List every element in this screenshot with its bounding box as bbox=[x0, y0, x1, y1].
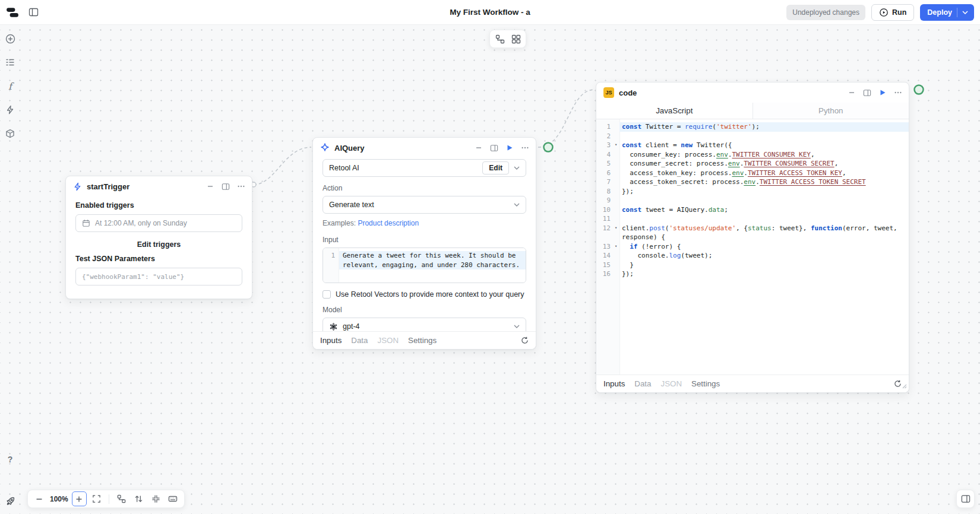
code-line-content: if (!error) { bbox=[619, 242, 909, 252]
edit-resource-button[interactable]: Edit bbox=[482, 161, 509, 174]
tab-data[interactable]: Data bbox=[634, 379, 651, 388]
run-button[interactable]: Run bbox=[871, 4, 914, 21]
run-history-icon[interactable] bbox=[3, 55, 17, 69]
refresh-icon[interactable] bbox=[894, 380, 902, 388]
test-json-label: Test JSON Parameters bbox=[75, 255, 242, 263]
code-line[interactable]: 6 access_token_key: process.env.TWITTER_… bbox=[596, 169, 909, 178]
node-body: Enabled triggers At 12:00 AM, only on Su… bbox=[66, 196, 252, 293]
code-line-content: consumer_key: process.env.TWITTER_CONSUM… bbox=[619, 150, 909, 160]
zoom-out-icon[interactable] bbox=[31, 491, 46, 506]
line-number: 16 bbox=[596, 269, 612, 279]
line-number: 1 bbox=[596, 122, 612, 132]
resize-handle[interactable] bbox=[902, 382, 907, 391]
connection-aiquery-to-code bbox=[538, 90, 595, 147]
tab-settings[interactable]: Settings bbox=[408, 336, 437, 345]
code-line[interactable]: 14 console.log(tweet); bbox=[596, 251, 909, 261]
tab-inputs[interactable]: Inputs bbox=[603, 379, 625, 388]
code-line[interactable]: 7 access_token_secret: process.env.TWITT… bbox=[596, 177, 909, 187]
swap-vertical-icon[interactable] bbox=[131, 491, 146, 506]
code-line-content: client.post('statuses/update', {status: … bbox=[619, 224, 909, 242]
functions-icon[interactable]: f bbox=[3, 79, 17, 93]
tab-settings[interactable]: Settings bbox=[691, 379, 720, 388]
aiquery-node[interactable]: AIQuery Retool AI Edit Action Generate t… bbox=[312, 137, 536, 350]
schedule-field[interactable]: At 12:00 AM, only on Sunday bbox=[75, 214, 242, 232]
tab-python[interactable]: Python bbox=[753, 103, 909, 119]
tab-json[interactable]: JSON bbox=[660, 379, 682, 388]
node-title: AIQuery bbox=[334, 144, 365, 153]
code-line[interactable]: 16}); bbox=[596, 269, 909, 279]
code-line-content: } bbox=[619, 261, 909, 270]
chevron-down-icon[interactable] bbox=[514, 166, 520, 170]
fold-toggle-icon[interactable]: ▾ bbox=[612, 141, 619, 150]
keyboard-shortcuts-icon[interactable] bbox=[166, 491, 181, 506]
right-panel-toggle-icon[interactable] bbox=[956, 490, 975, 508]
open-panel-icon[interactable] bbox=[862, 88, 872, 97]
fold-toggle-icon[interactable]: ▾ bbox=[612, 242, 619, 252]
code-line[interactable]: 15 } bbox=[596, 261, 909, 270]
open-panel-icon[interactable] bbox=[221, 182, 230, 191]
examples-link[interactable]: Product description bbox=[358, 219, 419, 227]
code-output-port[interactable] bbox=[915, 85, 924, 94]
code-line[interactable]: 12▾client.post('statuses/update', {statu… bbox=[596, 224, 909, 242]
tab-data[interactable]: Data bbox=[351, 336, 368, 345]
workflow-tree-icon[interactable] bbox=[492, 31, 507, 46]
edit-triggers-button[interactable]: Edit triggers bbox=[75, 240, 242, 249]
play-circle-icon bbox=[879, 8, 889, 17]
refresh-icon[interactable] bbox=[521, 337, 529, 344]
more-options-icon[interactable] bbox=[236, 182, 246, 191]
code-node[interactable]: JS code JavaScript Python 1const Twitter… bbox=[596, 82, 909, 393]
zoom-in-icon[interactable] bbox=[72, 491, 87, 506]
line-number: 1 bbox=[323, 248, 339, 283]
line-number: 7 bbox=[596, 177, 612, 187]
code-line[interactable]: 1const Twitter = require('twitter'); bbox=[596, 122, 909, 132]
code-line[interactable]: 9 bbox=[596, 196, 909, 205]
open-panel-icon[interactable] bbox=[489, 143, 499, 153]
tab-javascript[interactable]: JavaScript bbox=[596, 103, 753, 119]
retool-logo[interactable] bbox=[6, 7, 19, 18]
start-trigger-node[interactable]: startTrigger Enabled triggers At 12:00 A… bbox=[65, 176, 252, 299]
minimize-icon[interactable] bbox=[847, 88, 856, 97]
fold-toggle-icon[interactable]: ▾ bbox=[612, 224, 619, 233]
test-json-input[interactable] bbox=[75, 268, 242, 285]
deploy-button[interactable]: Deploy bbox=[920, 4, 974, 21]
minimize-icon[interactable] bbox=[474, 143, 483, 153]
auto-layout-icon[interactable] bbox=[508, 31, 523, 46]
code-line[interactable]: 8}); bbox=[596, 187, 909, 196]
line-number: 6 bbox=[596, 169, 612, 178]
blocks-library-icon[interactable] bbox=[3, 126, 17, 141]
code-line[interactable]: 11 bbox=[596, 214, 909, 224]
workflow-tree-icon[interactable] bbox=[114, 491, 129, 506]
run-block-icon[interactable] bbox=[505, 143, 514, 153]
code-line-content: access_token_key: process.env.TWITTER_AC… bbox=[619, 169, 909, 178]
help-icon[interactable]: ? bbox=[3, 452, 17, 467]
resource-selector[interactable]: Retool AI Edit bbox=[323, 159, 526, 177]
action-select[interactable]: Generate text bbox=[323, 196, 526, 214]
prompt-editor-body[interactable]: Generate a tweet for this week. It shoul… bbox=[339, 248, 526, 283]
fit-view-icon[interactable] bbox=[89, 491, 104, 506]
chevron-down-icon[interactable] bbox=[962, 11, 968, 14]
more-options-icon[interactable] bbox=[893, 88, 903, 97]
tab-json[interactable]: JSON bbox=[377, 336, 399, 345]
collapse-blocks-icon[interactable] bbox=[148, 491, 163, 506]
rocket-icon[interactable] bbox=[3, 494, 17, 508]
left-panel-toggle-icon[interactable] bbox=[29, 8, 39, 17]
aiquery-output-port[interactable] bbox=[544, 143, 553, 152]
add-block-icon[interactable] bbox=[3, 31, 17, 46]
line-number: 8 bbox=[596, 187, 612, 196]
line-number: 2 bbox=[596, 132, 612, 141]
run-block-icon[interactable] bbox=[878, 88, 887, 97]
code-line[interactable]: 10const tweet = AIQuery.data; bbox=[596, 205, 909, 215]
code-line[interactable]: 3▾const client = new Twitter({ bbox=[596, 141, 909, 150]
vectors-checkbox[interactable] bbox=[323, 290, 331, 299]
minimize-icon[interactable] bbox=[206, 182, 215, 191]
triggers-icon[interactable] bbox=[3, 103, 17, 117]
more-options-icon[interactable] bbox=[520, 143, 530, 153]
prompt-editor[interactable]: 1 Generate a tweet for this week. It sho… bbox=[323, 248, 526, 283]
code-line[interactable]: 4 consumer_key: process.env.TWITTER_CONS… bbox=[596, 150, 909, 160]
code-line[interactable]: 13▾ if (!error) { bbox=[596, 242, 909, 252]
schedule-text: At 12:00 AM, only on Sunday bbox=[95, 219, 187, 227]
tab-inputs[interactable]: Inputs bbox=[320, 336, 342, 345]
code-line[interactable]: 2 bbox=[596, 132, 909, 141]
code-line[interactable]: 5 consumer_secret: process.env.TWITTER_C… bbox=[596, 159, 909, 169]
code-editor[interactable]: 1const Twitter = require('twitter');2 3▾… bbox=[596, 119, 909, 375]
